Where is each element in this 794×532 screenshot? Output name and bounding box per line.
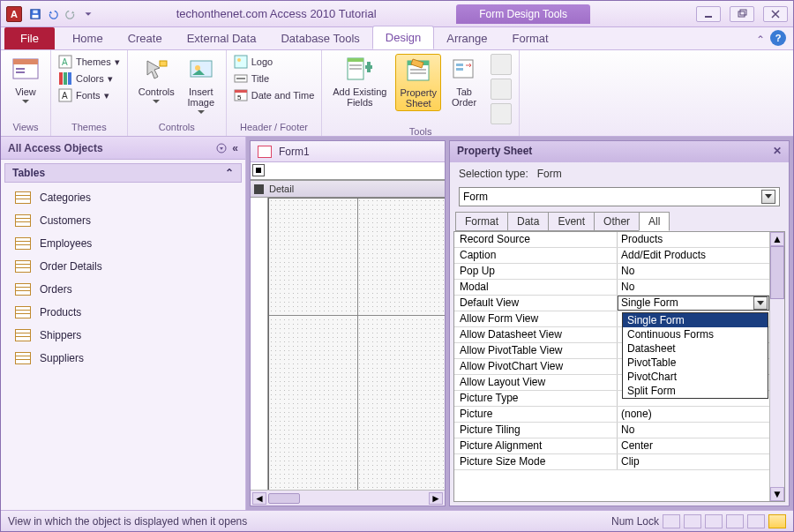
nav-table-item[interactable]: Shippers bbox=[1, 324, 245, 347]
property-value[interactable]: Products bbox=[618, 232, 769, 247]
property-row[interactable]: Picture Size ModeClip bbox=[454, 454, 769, 470]
redo-icon[interactable] bbox=[63, 6, 79, 22]
nav-header[interactable]: All Access Objects « bbox=[1, 137, 245, 160]
add-existing-fields-button[interactable]: Add Existing Fields bbox=[329, 54, 390, 109]
restore-button[interactable] bbox=[730, 6, 754, 22]
detail-section-bar[interactable]: Detail bbox=[251, 180, 445, 198]
form-document-tab[interactable]: Form1 bbox=[251, 141, 445, 162]
dropdown-option[interactable]: Single Form bbox=[623, 313, 768, 327]
nav-dropdown-icon[interactable] bbox=[216, 143, 227, 154]
property-value[interactable]: (none) bbox=[618, 407, 769, 422]
object-selector-combo[interactable]: Form bbox=[459, 187, 780, 206]
property-row[interactable]: ModalNo bbox=[454, 280, 769, 296]
datasheet-view-button[interactable] bbox=[684, 514, 701, 528]
combo-dropdown-icon[interactable] bbox=[761, 190, 775, 204]
property-row[interactable]: CaptionAdd/Edit Products bbox=[454, 248, 769, 264]
controls-button[interactable]: Controls bbox=[135, 54, 178, 106]
tab-file[interactable]: File bbox=[4, 27, 55, 49]
shutter-bar-icon[interactable]: « bbox=[232, 142, 238, 154]
property-tab-event[interactable]: Event bbox=[548, 212, 595, 231]
vertical-scrollbar[interactable]: ▲ ▼ bbox=[769, 232, 784, 501]
property-row[interactable]: Pop UpNo bbox=[454, 264, 769, 280]
scroll-up-icon[interactable]: ▲ bbox=[770, 232, 784, 246]
ribbon-collapse-icon[interactable]: ⌃ bbox=[756, 34, 765, 46]
dropdown-option[interactable]: PivotChart bbox=[623, 370, 768, 384]
minimize-button[interactable] bbox=[696, 6, 721, 22]
scroll-down-icon[interactable]: ▼ bbox=[770, 487, 784, 501]
nav-table-item[interactable]: Customers bbox=[1, 209, 245, 232]
title-button[interactable]: Title bbox=[234, 71, 315, 86]
tab-external-data[interactable]: External Data bbox=[175, 27, 269, 49]
layout-view-button[interactable] bbox=[747, 514, 765, 528]
logo-button[interactable]: Logo bbox=[234, 54, 315, 70]
save-icon[interactable] bbox=[27, 6, 43, 22]
pivottable-view-button[interactable] bbox=[705, 514, 723, 528]
convert-macros-icon[interactable] bbox=[491, 103, 512, 124]
dropdown-option[interactable]: Continuous Forms bbox=[623, 327, 768, 341]
view-button[interactable]: View bbox=[8, 54, 43, 106]
property-tab-other[interactable]: Other bbox=[594, 212, 640, 231]
undo-icon[interactable] bbox=[45, 6, 61, 22]
form-view-button[interactable] bbox=[663, 514, 680, 528]
design-grid[interactable] bbox=[268, 198, 445, 490]
dropdown-icon[interactable] bbox=[753, 296, 768, 310]
nav-table-item[interactable]: Products bbox=[1, 301, 245, 324]
dropdown-option[interactable]: Split Form bbox=[623, 384, 768, 398]
view-code-icon[interactable] bbox=[491, 79, 512, 100]
property-row[interactable]: Default ViewSingle Form bbox=[454, 296, 769, 311]
property-value[interactable]: No bbox=[618, 423, 769, 438]
scroll-left-icon[interactable]: ◄ bbox=[252, 492, 266, 505]
scroll-thumb[interactable] bbox=[770, 246, 784, 299]
tab-create[interactable]: Create bbox=[116, 27, 175, 49]
scroll-right-icon[interactable]: ► bbox=[429, 492, 443, 505]
property-row[interactable]: Picture TilingNo bbox=[454, 423, 769, 438]
section-handle-icon[interactable] bbox=[254, 184, 264, 194]
property-row[interactable]: Picture AlignmentCenter bbox=[454, 438, 769, 454]
qat-dropdown-icon[interactable] bbox=[80, 6, 96, 22]
property-tab-format[interactable]: Format bbox=[455, 212, 508, 231]
horizontal-ruler[interactable] bbox=[251, 162, 445, 180]
tab-order-button[interactable]: Tab Order bbox=[446, 54, 482, 109]
colors-button[interactable]: Colors ▾ bbox=[58, 71, 120, 86]
property-sheet-header[interactable]: Property Sheet ✕ bbox=[450, 141, 789, 162]
vertical-ruler[interactable] bbox=[251, 198, 268, 490]
fonts-button[interactable]: AFonts ▾ bbox=[58, 87, 120, 103]
property-value[interactable]: Single Form bbox=[618, 296, 769, 311]
form-selector[interactable] bbox=[252, 164, 265, 176]
date-time-button[interactable]: 5Date and Time bbox=[234, 87, 315, 103]
property-value[interactable]: Add/Edit Products bbox=[618, 248, 769, 263]
nav-table-item[interactable]: Suppliers bbox=[1, 347, 245, 370]
tab-design[interactable]: Design bbox=[372, 26, 434, 49]
property-row[interactable]: Record SourceProducts bbox=[454, 232, 769, 248]
nav-table-item[interactable]: Order Details bbox=[1, 255, 245, 278]
nav-table-item[interactable]: Employees bbox=[1, 232, 245, 255]
property-value[interactable]: Center bbox=[618, 438, 769, 453]
close-button[interactable] bbox=[763, 6, 788, 22]
property-tab-data[interactable]: Data bbox=[507, 212, 549, 231]
horizontal-scrollbar[interactable]: ◄ ► bbox=[251, 490, 445, 506]
help-icon[interactable]: ? bbox=[770, 30, 786, 46]
collapse-section-icon[interactable]: ⌃ bbox=[225, 167, 234, 179]
default-view-dropdown[interactable]: Single FormContinuous FormsDatasheetPivo… bbox=[622, 312, 768, 399]
subform-new-window-icon[interactable] bbox=[491, 54, 512, 75]
scroll-thumb[interactable] bbox=[268, 493, 300, 504]
property-value[interactable]: No bbox=[618, 264, 769, 279]
property-tab-all[interactable]: All bbox=[639, 212, 670, 231]
themes-button[interactable]: AThemes ▾ bbox=[58, 54, 120, 70]
tab-home[interactable]: Home bbox=[60, 27, 116, 49]
dropdown-option[interactable]: PivotTable bbox=[623, 356, 768, 370]
nav-table-item[interactable]: Orders bbox=[1, 278, 245, 301]
tab-arrange[interactable]: Arrange bbox=[434, 27, 499, 49]
close-pane-icon[interactable]: ✕ bbox=[773, 145, 782, 159]
insert-image-button[interactable]: Insert Image bbox=[184, 54, 219, 116]
pivotchart-view-button[interactable] bbox=[726, 514, 744, 528]
design-view-button[interactable] bbox=[768, 514, 786, 528]
property-row[interactable]: Picture(none) bbox=[454, 407, 769, 423]
property-value[interactable]: Clip bbox=[618, 454, 769, 469]
property-value[interactable]: No bbox=[618, 280, 769, 295]
nav-table-item[interactable]: Categories bbox=[1, 186, 245, 209]
tab-database-tools[interactable]: Database Tools bbox=[268, 27, 371, 49]
dropdown-option[interactable]: Datasheet bbox=[623, 341, 768, 356]
property-sheet-button[interactable]: Property Sheet bbox=[395, 54, 441, 111]
nav-section-tables[interactable]: Tables ⌃ bbox=[4, 163, 242, 183]
